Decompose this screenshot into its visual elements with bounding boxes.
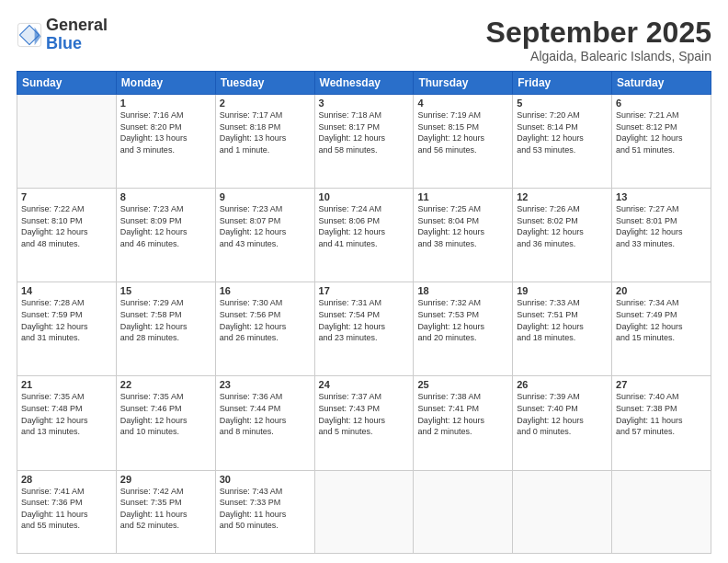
calendar-table: SundayMondayTuesdayWednesdayThursdayFrid…	[17, 71, 711, 554]
calendar-weekday: Sunday	[17, 72, 117, 95]
day-info: Sunrise: 7:29 AM Sunset: 7:58 PM Dayligh…	[120, 297, 211, 343]
calendar-cell: 20Sunrise: 7:34 AM Sunset: 7:49 PM Dayli…	[612, 282, 711, 376]
day-number: 20	[616, 285, 707, 296]
calendar-cell: 27Sunrise: 7:40 AM Sunset: 7:38 PM Dayli…	[612, 376, 711, 470]
day-number: 23	[220, 379, 311, 390]
calendar-cell: 4Sunrise: 7:19 AM Sunset: 8:15 PM Daylig…	[414, 95, 513, 189]
day-info: Sunrise: 7:19 AM Sunset: 8:15 PM Dayligh…	[417, 109, 508, 155]
day-number: 1	[120, 98, 211, 109]
day-number: 8	[120, 191, 211, 202]
calendar-cell: 19Sunrise: 7:33 AM Sunset: 7:51 PM Dayli…	[513, 282, 612, 376]
calendar-week-row: 21Sunrise: 7:35 AM Sunset: 7:48 PM Dayli…	[17, 376, 711, 470]
day-info: Sunrise: 7:25 AM Sunset: 8:04 PM Dayligh…	[417, 203, 508, 249]
day-number: 9	[220, 191, 311, 202]
day-number: 29	[120, 474, 211, 485]
day-info: Sunrise: 7:32 AM Sunset: 7:53 PM Dayligh…	[417, 297, 508, 343]
calendar-cell: 17Sunrise: 7:31 AM Sunset: 7:54 PM Dayli…	[314, 282, 414, 376]
calendar-week-row: 14Sunrise: 7:28 AM Sunset: 7:59 PM Dayli…	[17, 282, 711, 376]
day-number: 25	[417, 379, 508, 390]
calendar-cell	[17, 95, 117, 189]
day-info: Sunrise: 7:30 AM Sunset: 7:56 PM Dayligh…	[220, 297, 311, 343]
calendar-cell: 22Sunrise: 7:35 AM Sunset: 7:46 PM Dayli…	[116, 376, 215, 470]
location: Algaida, Balearic Islands, Spain	[486, 49, 711, 63]
day-number: 30	[220, 474, 311, 485]
calendar-cell: 12Sunrise: 7:26 AM Sunset: 8:02 PM Dayli…	[513, 189, 612, 282]
day-info: Sunrise: 7:33 AM Sunset: 7:51 PM Dayligh…	[517, 297, 608, 343]
day-number: 11	[417, 191, 508, 202]
calendar-cell: 10Sunrise: 7:24 AM Sunset: 8:06 PM Dayli…	[314, 189, 414, 282]
day-info: Sunrise: 7:23 AM Sunset: 8:07 PM Dayligh…	[220, 203, 311, 249]
calendar-header-row: SundayMondayTuesdayWednesdayThursdayFrid…	[17, 72, 711, 95]
day-number: 22	[120, 379, 211, 390]
day-number: 6	[616, 98, 707, 109]
calendar-cell: 9Sunrise: 7:23 AM Sunset: 8:07 PM Daylig…	[215, 189, 314, 282]
calendar-cell: 25Sunrise: 7:38 AM Sunset: 7:41 PM Dayli…	[414, 376, 513, 470]
day-number: 18	[417, 285, 508, 296]
calendar-cell	[513, 470, 612, 554]
day-info: Sunrise: 7:36 AM Sunset: 7:44 PM Dayligh…	[220, 391, 311, 437]
day-info: Sunrise: 7:35 AM Sunset: 7:46 PM Dayligh…	[120, 391, 211, 437]
calendar-cell: 24Sunrise: 7:37 AM Sunset: 7:43 PM Dayli…	[314, 376, 414, 470]
calendar-cell: 5Sunrise: 7:20 AM Sunset: 8:14 PM Daylig…	[513, 95, 612, 189]
month-title: September 2025	[486, 17, 711, 49]
calendar-cell: 16Sunrise: 7:30 AM Sunset: 7:56 PM Dayli…	[215, 282, 314, 376]
header: General Blue September 2025 Algaida, Bal…	[17, 17, 711, 63]
day-info: Sunrise: 7:28 AM Sunset: 7:59 PM Dayligh…	[21, 297, 112, 343]
day-info: Sunrise: 7:40 AM Sunset: 7:38 PM Dayligh…	[616, 391, 707, 437]
day-info: Sunrise: 7:26 AM Sunset: 8:02 PM Dayligh…	[517, 203, 608, 249]
day-info: Sunrise: 7:20 AM Sunset: 8:14 PM Dayligh…	[517, 109, 608, 155]
calendar-cell: 14Sunrise: 7:28 AM Sunset: 7:59 PM Dayli…	[17, 282, 117, 376]
calendar-weekday: Tuesday	[215, 72, 314, 95]
calendar-cell: 26Sunrise: 7:39 AM Sunset: 7:40 PM Dayli…	[513, 376, 612, 470]
day-info: Sunrise: 7:22 AM Sunset: 8:10 PM Dayligh…	[21, 203, 112, 249]
day-number: 26	[517, 379, 608, 390]
calendar-cell	[414, 470, 513, 554]
calendar-cell: 15Sunrise: 7:29 AM Sunset: 7:58 PM Dayli…	[116, 282, 215, 376]
day-number: 7	[21, 191, 112, 202]
calendar-week-row: 7Sunrise: 7:22 AM Sunset: 8:10 PM Daylig…	[17, 189, 711, 282]
day-number: 24	[319, 379, 410, 390]
day-number: 3	[319, 98, 410, 109]
calendar-week-row: 28Sunrise: 7:41 AM Sunset: 7:36 PM Dayli…	[17, 470, 711, 554]
logo: General Blue	[17, 17, 108, 53]
day-number: 10	[319, 191, 410, 202]
page: General Blue September 2025 Algaida, Bal…	[0, 0, 728, 563]
calendar-weekday: Monday	[116, 72, 215, 95]
day-number: 19	[517, 285, 608, 296]
calendar-weekday: Thursday	[414, 72, 513, 95]
day-info: Sunrise: 7:38 AM Sunset: 7:41 PM Dayligh…	[417, 391, 508, 437]
calendar-cell: 3Sunrise: 7:18 AM Sunset: 8:17 PM Daylig…	[314, 95, 414, 189]
calendar-week-row: 1Sunrise: 7:16 AM Sunset: 8:20 PM Daylig…	[17, 95, 711, 189]
day-info: Sunrise: 7:37 AM Sunset: 7:43 PM Dayligh…	[319, 391, 410, 437]
day-number: 2	[220, 98, 311, 109]
day-info: Sunrise: 7:34 AM Sunset: 7:49 PM Dayligh…	[616, 297, 707, 343]
calendar-cell: 6Sunrise: 7:21 AM Sunset: 8:12 PM Daylig…	[612, 95, 711, 189]
logo-blue: Blue	[46, 35, 108, 53]
calendar-cell: 23Sunrise: 7:36 AM Sunset: 7:44 PM Dayli…	[215, 376, 314, 470]
day-number: 12	[517, 191, 608, 202]
day-info: Sunrise: 7:17 AM Sunset: 8:18 PM Dayligh…	[220, 109, 311, 155]
logo-general: General	[46, 17, 108, 35]
title-block: September 2025 Algaida, Balearic Islands…	[486, 17, 711, 63]
day-number: 17	[319, 285, 410, 296]
day-number: 5	[517, 98, 608, 109]
logo-text: General Blue	[46, 17, 108, 53]
day-info: Sunrise: 7:16 AM Sunset: 8:20 PM Dayligh…	[120, 109, 211, 155]
day-number: 13	[616, 191, 707, 202]
calendar-cell: 2Sunrise: 7:17 AM Sunset: 8:18 PM Daylig…	[215, 95, 314, 189]
day-info: Sunrise: 7:41 AM Sunset: 7:36 PM Dayligh…	[21, 486, 112, 532]
day-info: Sunrise: 7:43 AM Sunset: 7:33 PM Dayligh…	[220, 486, 311, 532]
day-number: 28	[21, 474, 112, 485]
calendar-cell: 18Sunrise: 7:32 AM Sunset: 7:53 PM Dayli…	[414, 282, 513, 376]
logo-icon	[17, 22, 42, 48]
day-number: 16	[220, 285, 311, 296]
day-number: 4	[417, 98, 508, 109]
calendar-cell: 21Sunrise: 7:35 AM Sunset: 7:48 PM Dayli…	[17, 376, 117, 470]
day-number: 27	[616, 379, 707, 390]
calendar-cell: 30Sunrise: 7:43 AM Sunset: 7:33 PM Dayli…	[215, 470, 314, 554]
calendar-cell: 13Sunrise: 7:27 AM Sunset: 8:01 PM Dayli…	[612, 189, 711, 282]
day-number: 15	[120, 285, 211, 296]
day-info: Sunrise: 7:24 AM Sunset: 8:06 PM Dayligh…	[319, 203, 410, 249]
day-info: Sunrise: 7:18 AM Sunset: 8:17 PM Dayligh…	[319, 109, 410, 155]
calendar-cell	[314, 470, 414, 554]
